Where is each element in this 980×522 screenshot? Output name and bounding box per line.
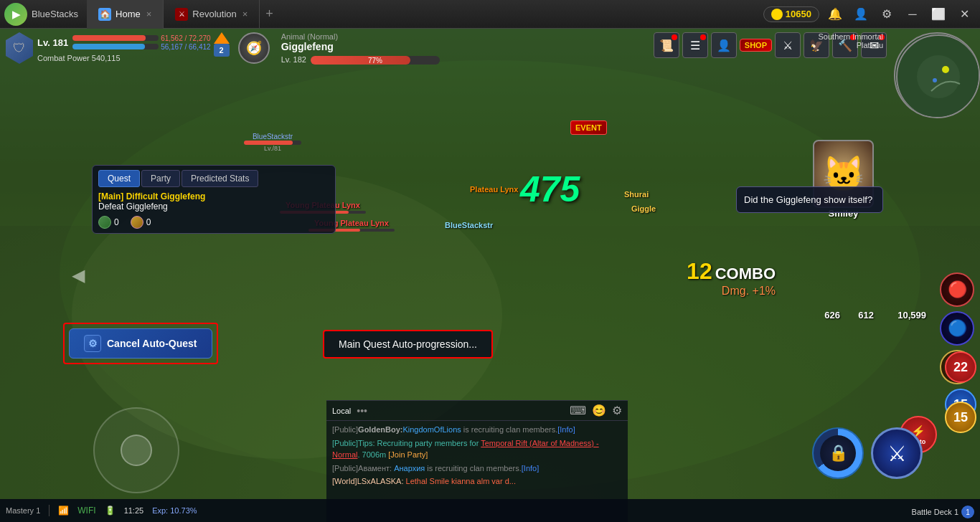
combo-label: COMBO <box>715 265 776 283</box>
bottom-circle-buttons: 🔒 ⚔ <box>812 427 923 479</box>
chat-message-1: [Public]GoldenBoy:KingdomOfLions is recr… <box>332 424 622 436</box>
player-shield-icon: 🛡 <box>6 32 33 64</box>
target-info-panel: Animal (Normal) Gigglefeng Lv. 182 77% <box>281 32 440 65</box>
home-tab-close[interactable]: × <box>146 9 152 19</box>
round-badge-22[interactable]: 22 <box>945 351 976 383</box>
chat-more-options[interactable]: ••• <box>357 405 367 417</box>
title-bar-right: 10650 🔔 👤 ⚙ ─ ⬜ ✕ <box>763 4 980 24</box>
bluestackstr-level: Lv./81 <box>244 145 301 152</box>
round-badge-22-label: 22 <box>953 360 968 375</box>
ring-button-inner: 🔒 <box>820 435 856 471</box>
quest-task: Defeat Gigglefeng <box>98 201 329 212</box>
loot-626: 626 <box>824 310 840 321</box>
green-resource-amount: 0 <box>114 217 119 227</box>
blue-potion-button[interactable]: 🔵 <box>940 311 974 346</box>
battle-deck-area: 15 <box>945 402 976 433</box>
quest-tab-party[interactable]: Party <box>141 170 180 187</box>
sword-button[interactable]: ⚔ <box>871 427 923 479</box>
quest-tab-predicted[interactable]: Predicted Stats <box>182 170 258 187</box>
player-mp-bar-container <box>72 44 159 49</box>
bluestackstr-field-player: BlueStackstr Lv./81 <box>244 133 301 152</box>
damage-number: 475 <box>520 169 580 210</box>
enhance-arrow-icon <box>214 32 230 44</box>
time-display: 11:25 <box>124 506 144 515</box>
minimize-button[interactable]: ─ <box>903 4 923 24</box>
npc-question-bubble: Did the Gigglefeng show itself? <box>736 186 883 213</box>
close-button[interactable]: ✕ <box>954 4 974 24</box>
resource-gold: 0 <box>131 216 151 229</box>
title-bar: ▶ BlueStacks 🏠 Home × ⚔ Revolution × + 1… <box>0 0 980 29</box>
blue-potion-icon: 🔵 <box>948 319 967 338</box>
chat-message-3: [Public]Авамент: Анархия is recruiting c… <box>332 462 622 475</box>
tab-revolution[interactable]: ⚔ Revolution × <box>164 0 260 29</box>
main-quest-title: [Main] Difficult Gigglefeng <box>98 191 329 201</box>
left-arrow-button[interactable]: ◀ <box>72 265 85 285</box>
chat-emoji-icon[interactable]: 😊 <box>592 404 606 417</box>
revolution-tab-icon: ⚔ <box>175 8 188 21</box>
player-hp-bar-container <box>72 35 159 41</box>
tab-home[interactable]: 🏠 Home × <box>87 0 164 29</box>
chat-keyboard-icon[interactable]: ⌨ <box>570 404 586 417</box>
coin-amount: 10650 <box>786 9 811 19</box>
event-button[interactable]: EVENT <box>570 120 607 135</box>
player-level-info: Lv. 181 61,562 / 72,270 56,1 <box>37 34 211 62</box>
red-potion-icon: 🔴 <box>948 280 967 299</box>
joystick-area[interactable] <box>93 407 179 493</box>
user-button[interactable]: 👤 <box>851 4 871 24</box>
mastery-label: Mastery 1 <box>6 506 40 515</box>
player-tag-giggle: Giggle <box>631 204 656 213</box>
enemy-tag-plateau-lynx: Plateau Lynx <box>470 185 518 194</box>
chat-tab-local[interactable]: Local <box>332 407 351 415</box>
chat-settings-icon[interactable]: ⚙ <box>612 404 622 417</box>
target-type: Animal (Normal) <box>281 32 440 41</box>
coin-icon <box>771 9 783 20</box>
new-tab-button[interactable]: + <box>265 6 273 22</box>
auto-progress-label: Main Quest Auto-progression... <box>339 338 477 350</box>
target-hp-fill <box>311 56 410 65</box>
chat-message-2: [Public]Tips: Recruiting party members f… <box>332 437 622 461</box>
cancel-gear-icon: ⚙ <box>84 335 101 352</box>
revolution-tab-close[interactable]: × <box>242 9 248 19</box>
round-badge-15b[interactable]: 15 <box>945 402 976 433</box>
ring-button[interactable]: 🔒 <box>812 427 864 479</box>
combo-display: 12 COMBO Dmg. +1% <box>687 258 776 298</box>
combo-number: 12 <box>687 258 712 285</box>
npc-question-text: Did the Gigglefeng show itself? <box>744 194 872 205</box>
target-level: Lv. 182 <box>281 55 306 64</box>
cancel-auto-quest-button[interactable]: ⚙ Cancel Auto-Quest <box>69 328 212 359</box>
chat-tabs-row: Local ••• ⌨ 😊 ⚙ <box>326 401 628 421</box>
red-potion-button[interactable]: 🔴 <box>940 272 974 307</box>
quest-tab-quest-label: Quest <box>108 174 131 184</box>
player-stats-panel: 🛡 Lv. 181 61,562 / 72,270 <box>6 32 211 64</box>
gold-resource-icon <box>131 216 143 229</box>
green-resource-icon <box>98 216 111 229</box>
home-tab-label: Home <box>116 9 141 19</box>
player-hp-text: 61,562 / 72,270 <box>161 34 211 42</box>
hud-top: 🛡 Lv. 181 61,562 / 72,270 <box>0 29 980 68</box>
round-badge-15b-label: 15 <box>953 410 968 425</box>
quest-tab-party-label: Party <box>151 174 171 184</box>
coin-display: 10650 <box>763 6 819 22</box>
chat-message-4: [World]LSxALASKA: Lethal Smile kianna al… <box>332 475 622 488</box>
compass: 🧭 <box>238 32 270 64</box>
settings-button[interactable]: ⚙ <box>877 4 897 24</box>
battery-icon: 🔋 <box>105 506 116 516</box>
quest-resources: 0 0 <box>98 216 329 229</box>
enhance-arrows: 2 <box>214 32 230 57</box>
bluestackstr-name: BlueStackstr <box>244 133 301 141</box>
target-hp-text: 77% <box>368 57 382 65</box>
target-hp-bar-container: 77% <box>311 56 440 65</box>
bottom-bar: Mastery 1 📶 WIFI 🔋 11:25 Exp: 10.73% Bat… <box>0 499 980 522</box>
wifi-label: WIFI <box>77 506 95 516</box>
maximize-button[interactable]: ⬜ <box>928 4 948 24</box>
divider-1 <box>49 505 50 516</box>
exp-display: Exp: 10.73% <box>152 506 197 515</box>
player-hp-bar <box>72 35 146 41</box>
chat-msg1-label: [Public] <box>332 425 358 434</box>
player-tag-shurai: Shurai <box>624 190 649 199</box>
quest-tab-quest[interactable]: Quest <box>98 170 140 187</box>
notification-button[interactable]: 🔔 <box>825 4 845 24</box>
combo-dmg: Dmg. +1% <box>722 285 776 298</box>
auto-progress-box[interactable]: Main Quest Auto-progression... <box>323 330 493 359</box>
battle-deck-badge: 1 <box>961 506 974 518</box>
